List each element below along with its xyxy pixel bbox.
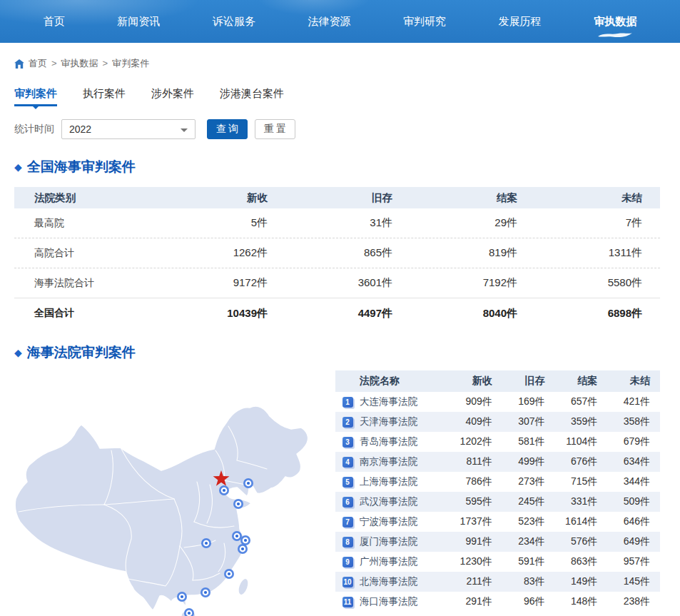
index-cell: 4	[335, 457, 360, 468]
court-category-cell: 海事法院合计	[14, 277, 161, 290]
map-marker-haikou[interactable]	[184, 608, 194, 616]
column-header: 未结	[535, 191, 660, 205]
breadcrumb-item-2[interactable]: 审执数据	[61, 58, 98, 69]
value-cell: 148件	[555, 595, 608, 608]
map-marker-wuhan[interactable]	[201, 538, 211, 548]
filter-label: 统计时间	[14, 123, 54, 136]
court-name-cell: 南京海事法院	[360, 455, 450, 468]
index-cell: 7	[335, 517, 360, 527]
map-marker-nanjing[interactable]	[232, 531, 242, 541]
tab-1[interactable]: 审判案件	[14, 87, 57, 106]
value-cell: 10439件	[161, 307, 285, 320]
nav-item-7[interactable]: 审执数据	[592, 11, 638, 33]
value-cell: 245件	[502, 495, 555, 508]
table-row: 9广州海事法院1230件591件863件957件	[335, 552, 660, 572]
nav-item-3[interactable]: 诉讼服务	[211, 11, 257, 33]
value-cell: 509件	[607, 495, 660, 508]
rank-badge: 4	[342, 457, 353, 468]
index-cell: 11	[335, 597, 360, 607]
nav-item-1[interactable]: 首页	[42, 11, 66, 33]
nav-item-4[interactable]: 法律资源	[306, 11, 352, 33]
value-cell: 679件	[607, 435, 660, 448]
value-cell: 865件	[285, 246, 410, 260]
value-cell: 581件	[502, 435, 555, 448]
map-marker-shanghai[interactable]	[240, 535, 250, 545]
map-marker-dalian[interactable]	[243, 478, 253, 488]
value-cell: 4497件	[285, 307, 410, 320]
value-cell: 649件	[607, 535, 660, 548]
map-marker-qingdao[interactable]	[233, 499, 243, 509]
table-header-row: 法院类别新收旧存结案未结	[14, 187, 660, 208]
map-marker-tianjin[interactable]	[219, 485, 229, 495]
nav-item-5[interactable]: 审判研究	[402, 11, 447, 33]
table-row: 海事法院合计9172件3601件7192件5580件	[14, 268, 660, 298]
breadcrumb-item-1[interactable]: 首页	[29, 58, 47, 69]
taiwan-island-shape	[236, 577, 250, 597]
index-cell: 8	[335, 537, 360, 547]
year-select[interactable]: 2022	[61, 119, 196, 139]
query-button[interactable]: 查询	[207, 119, 248, 139]
column-header: 未结	[607, 375, 660, 388]
tab-2[interactable]: 执行案件	[83, 87, 126, 106]
value-cell: 715件	[555, 475, 608, 488]
value-cell: 523件	[502, 515, 555, 528]
column-header: 结案	[555, 375, 608, 388]
value-cell: 595件	[450, 495, 502, 508]
tab-4[interactable]: 涉港澳台案件	[220, 87, 284, 106]
court-name-cell: 武汉海事法院	[360, 495, 450, 508]
value-cell: 1311件	[535, 246, 660, 260]
column-header: 法院名称	[360, 375, 450, 388]
court-name-cell: 天津海事法院	[360, 415, 450, 428]
map-marker-beihai[interactable]	[177, 592, 187, 602]
value-cell: 149件	[555, 575, 608, 588]
value-cell: 331件	[555, 495, 608, 508]
map-marker-guangzhou[interactable]	[201, 587, 210, 597]
national-section-title: ◆ 全国海事审判案件	[14, 158, 680, 176]
index-cell: 9	[335, 557, 360, 567]
china-map-container	[0, 370, 335, 616]
value-cell: 5件	[161, 216, 285, 230]
rank-badge: 1	[342, 397, 353, 408]
value-cell: 646件	[607, 515, 660, 528]
value-cell: 6898件	[535, 307, 660, 320]
reset-button[interactable]: 重置	[255, 119, 295, 139]
value-cell: 359件	[555, 415, 608, 428]
table-row: 10北海海事法院211件83件149件145件	[335, 572, 660, 592]
index-cell: 10	[335, 577, 360, 587]
court-name-cell: 厦门海事法院	[360, 535, 450, 548]
value-cell: 7件	[535, 216, 660, 230]
value-cell: 576件	[555, 535, 608, 548]
value-cell: 3601件	[285, 276, 410, 290]
court-name-cell: 宁波海事法院	[360, 515, 450, 528]
column-header: 新收	[450, 375, 502, 388]
value-cell: 634件	[607, 455, 660, 468]
nav-item-2[interactable]: 新闻资讯	[116, 11, 161, 33]
nav-item-6[interactable]: 发展历程	[497, 11, 543, 33]
value-cell: 1614件	[555, 515, 608, 528]
value-cell: 657件	[555, 395, 608, 408]
home-icon	[14, 59, 24, 69]
breadcrumb-separator: >	[51, 58, 57, 69]
court-category-cell: 高院合计	[14, 247, 161, 260]
rank-badge: 8	[342, 537, 353, 547]
index-cell: 5	[335, 477, 360, 488]
column-header: 法院类别	[14, 191, 161, 205]
map-marker-ningbo[interactable]	[238, 544, 248, 554]
court-category-cell: 全国合计	[14, 307, 161, 320]
value-cell: 1104件	[555, 435, 608, 448]
map-marker-xiamen[interactable]	[224, 569, 234, 579]
diamond-icon: ◆	[14, 161, 22, 173]
column-header: 旧存	[285, 191, 410, 205]
value-cell: 291件	[450, 595, 502, 608]
value-cell: 7192件	[410, 276, 535, 290]
table-row: 2天津海事法院409件307件359件358件	[335, 412, 660, 432]
caret-down-icon	[181, 128, 188, 136]
tab-3[interactable]: 涉外案件	[151, 87, 194, 106]
value-cell: 96件	[502, 595, 555, 608]
table-row: 1大连海事法院909件169件657件421件	[335, 392, 660, 412]
breadcrumb-item-3: 审判案件	[112, 58, 149, 69]
value-cell: 29件	[410, 216, 535, 230]
value-cell: 409件	[450, 415, 502, 428]
value-cell: 1262件	[161, 246, 285, 260]
rank-badge: 2	[342, 417, 353, 428]
